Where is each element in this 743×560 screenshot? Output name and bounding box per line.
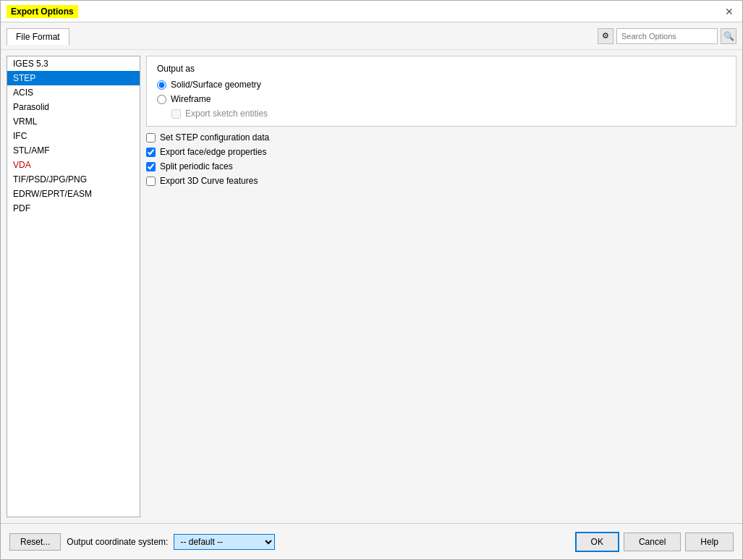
footer: Reset... Output coordinate system: -- de… bbox=[1, 523, 742, 559]
format-list-item[interactable]: IFC bbox=[7, 129, 140, 143]
radio-wireframe: Wireframe bbox=[157, 94, 726, 104]
format-list: IGES 5.3STEPACISParasolidVRMLIFCSTL/AMFV… bbox=[7, 56, 140, 216]
format-list-item[interactable]: EDRW/EPRT/EASM bbox=[7, 187, 140, 201]
export-options-dialog: Export Options ✕ File Format ⚙ 🔍 IGES 5.… bbox=[0, 0, 743, 560]
settings-icon[interactable]: ⚙ bbox=[598, 28, 613, 44]
format-list-item[interactable]: ACIS bbox=[7, 85, 140, 100]
title-bar: Export Options ✕ bbox=[1, 1, 742, 22]
format-list-item[interactable]: STL/AMF bbox=[7, 143, 140, 158]
format-list-item[interactable]: VRML bbox=[7, 114, 140, 129]
format-list-item[interactable]: PDF bbox=[7, 201, 140, 216]
search-input[interactable] bbox=[616, 28, 718, 44]
right-panel: Output as Solid/Surface geometry Wirefra… bbox=[146, 56, 736, 517]
ok-button[interactable]: OK bbox=[575, 532, 619, 552]
checkbox-option-export_3d: Export 3D Curve features bbox=[146, 176, 736, 186]
checkbox-export_3d[interactable] bbox=[146, 177, 156, 186]
search-magnifier-icon[interactable]: 🔍 bbox=[721, 28, 736, 44]
search-area: ⚙ 🔍 bbox=[598, 28, 736, 44]
toolbar: File Format ⚙ 🔍 bbox=[1, 22, 742, 50]
content-area: IGES 5.3STEPACISParasolidVRMLIFCSTL/AMFV… bbox=[1, 50, 742, 523]
output-as-title: Output as bbox=[157, 64, 726, 74]
radio-solid-input[interactable] bbox=[157, 80, 166, 90]
format-list-item[interactable]: IGES 5.3 bbox=[7, 56, 140, 71]
help-button[interactable]: Help bbox=[685, 533, 734, 551]
checkbox-split_periodic[interactable] bbox=[146, 162, 156, 171]
title-bar-right: ✕ bbox=[722, 4, 736, 19]
checkbox-step_config[interactable] bbox=[146, 133, 156, 143]
format-list-item[interactable]: VDA bbox=[7, 158, 140, 172]
checkbox-option-face_edge: Export face/edge properties bbox=[146, 147, 736, 157]
dialog-title: Export Options bbox=[7, 5, 78, 18]
radio-solid-label: Solid/Surface geometry bbox=[171, 80, 261, 90]
cancel-button[interactable]: Cancel bbox=[624, 533, 681, 551]
radio-wireframe-label: Wireframe bbox=[171, 94, 211, 104]
export-sketch-option: Export sketch entities bbox=[171, 109, 726, 119]
radio-solid: Solid/Surface geometry bbox=[157, 80, 726, 90]
footer-right: OK Cancel Help bbox=[575, 532, 734, 552]
format-list-item[interactable]: STEP bbox=[7, 71, 140, 85]
export-sketch-checkbox[interactable] bbox=[171, 109, 181, 119]
checkbox-label-split_periodic: Split periodic faces bbox=[160, 161, 233, 171]
close-button[interactable]: ✕ bbox=[722, 4, 736, 19]
output-as-box: Output as Solid/Surface geometry Wirefra… bbox=[146, 56, 736, 127]
checkbox-option-split_periodic: Split periodic faces bbox=[146, 161, 736, 171]
radio-wireframe-input[interactable] bbox=[157, 95, 166, 104]
format-list-item[interactable]: TIF/PSD/JPG/PNG bbox=[7, 172, 140, 187]
options-section: Set STEP configuration dataExport face/e… bbox=[146, 132, 736, 186]
checkbox-option-step_config: Set STEP configuration data bbox=[146, 132, 736, 143]
coordinate-label: Output coordinate system: bbox=[67, 537, 168, 547]
format-list-item[interactable]: Parasolid bbox=[7, 100, 140, 114]
footer-left: Reset... Output coordinate system: -- de… bbox=[9, 533, 275, 551]
export-sketch-label: Export sketch entities bbox=[185, 109, 268, 119]
tab-file-format[interactable]: File Format bbox=[7, 28, 69, 46]
title-bar-left: Export Options bbox=[7, 5, 78, 18]
checkbox-face_edge[interactable] bbox=[146, 148, 156, 157]
coordinate-section: Output coordinate system: -- default -- bbox=[67, 534, 275, 550]
format-list-panel: IGES 5.3STEPACISParasolidVRMLIFCSTL/AMFV… bbox=[7, 56, 140, 517]
reset-button[interactable]: Reset... bbox=[9, 533, 61, 551]
checkbox-label-export_3d: Export 3D Curve features bbox=[160, 176, 258, 186]
coordinate-select[interactable]: -- default -- bbox=[174, 534, 275, 550]
checkbox-label-face_edge: Export face/edge properties bbox=[160, 147, 266, 157]
tab-container: File Format bbox=[7, 27, 71, 45]
checkbox-label-step_config: Set STEP configuration data bbox=[160, 132, 269, 143]
